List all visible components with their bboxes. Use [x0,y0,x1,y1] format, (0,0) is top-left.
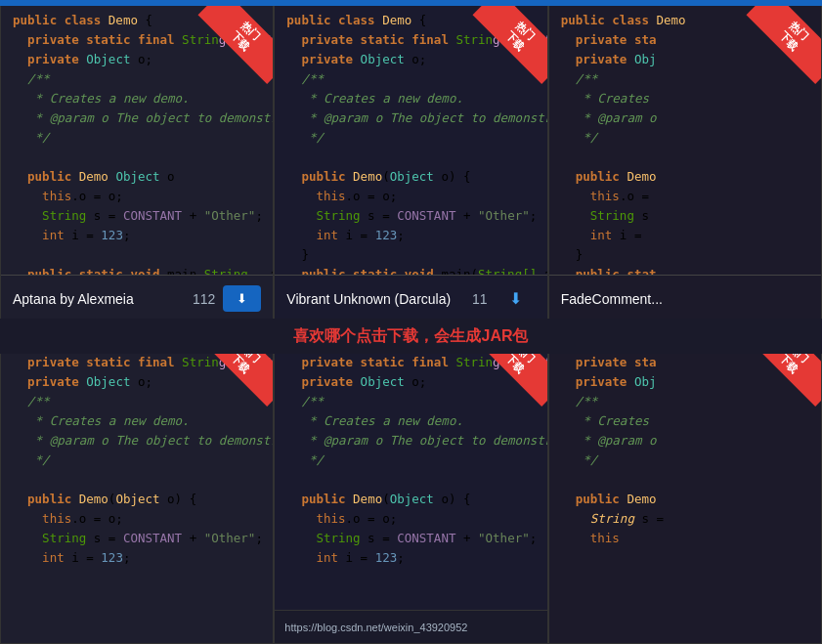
url-bar: https://blog.csdn.net/weixin_43920952 [275,610,546,643]
download-area-1: 112 ⬇ [193,285,261,312]
code-block-3: public class Demo private sta private Ob… [549,1,821,314]
code-block-4: public class Demo { private static final… [1,323,273,578]
title-bar-2: Vibrant Unknown (Darcula) 11 ⬇ [275,275,546,322]
title-bar-1: Aptana by Alexmeia 112 ⬇ [1,275,273,322]
code-block-6: public class Demo private sta private Ob… [549,323,821,558]
code-block-5: public class Demo { private static final… [275,323,546,578]
panel-row2-3: public class Demo private sta private Ob… [548,322,822,644]
url-text: https://blog.csdn.net/weixin_43920952 [284,622,467,633]
download-count-1: 112 [193,291,215,307]
theme-name-3: FadeComment... [561,291,663,307]
instruction-bar: 喜欢哪个点击下载，会生成JAR包 [0,319,822,354]
code-block-2: public class Demo { private static final… [275,1,546,314]
theme-name-1: Aptana by Alexmeia [13,291,134,307]
main-grid: public class Demo { private static final… [0,0,822,644]
panel-vibrant: public class Demo { private static final… [274,0,547,322]
panel-fade: public class Demo private sta private Ob… [548,0,822,322]
download-button-2[interactable]: ⬇ [496,283,536,314]
top-bar [0,0,822,6]
panel-aptana: public class Demo { private static final… [0,0,274,322]
instruction-text: 喜欢哪个点击下载，会生成JAR包 [293,326,528,347]
download-count-2: 11 [472,291,488,307]
download-area-2: 11 ⬇ [472,283,536,314]
panel-row2-2: public class Demo { private static final… [274,322,547,644]
theme-name-2: Vibrant Unknown (Darcula) [286,291,451,307]
download-button-1[interactable]: ⬇ [223,285,261,312]
panel-row2-1: public class Demo { private static final… [0,322,274,644]
title-bar-3: FadeComment... [549,275,821,322]
code-block-1: public class Demo { private static final… [1,1,273,314]
